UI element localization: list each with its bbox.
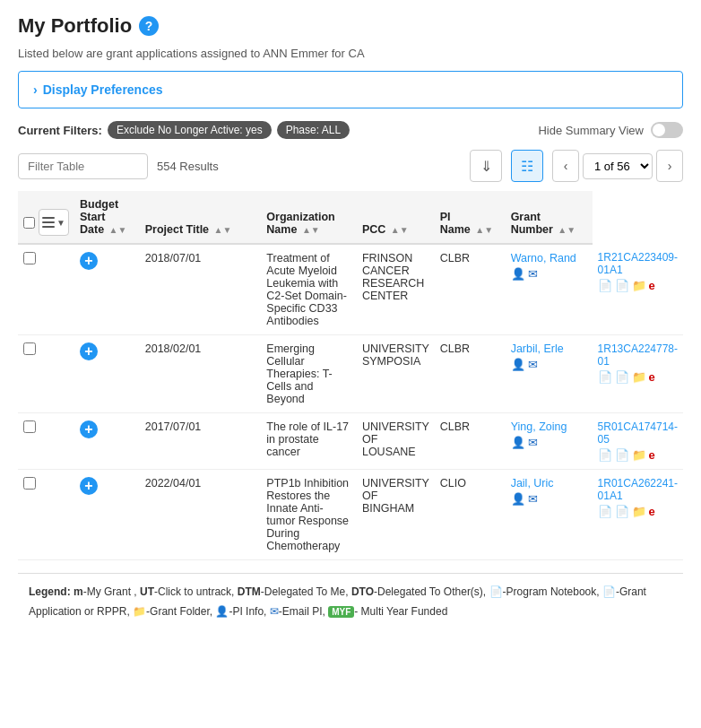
row3-checkbox[interactable] [23, 420, 36, 433]
row4-notebook-icon[interactable]: 📄 [598, 505, 612, 518]
filters-right: Hide Summary View [538, 122, 683, 138]
row3-grant-link[interactable]: 5R01CA174714-05 [598, 420, 678, 446]
row1-rppr-icon[interactable]: 📄 [615, 279, 629, 292]
download-button[interactable]: ⇓ [470, 150, 502, 182]
filter-badge-phase[interactable]: Phase: ALL [277, 121, 350, 139]
row2-add-col: + [74, 335, 140, 413]
table-row: + 2022/04/01 PTP1b Inhibition Restores t… [18, 470, 683, 560]
row1-org: FRINSON CANCER RESEARCH CENTER [357, 244, 435, 335]
row3-add-button[interactable]: + [80, 420, 98, 438]
legend-box: Legend: m-My Grant , UT-Click to untrack… [18, 573, 683, 630]
header-grant-number[interactable]: GrantNumber ▲▼ [506, 191, 593, 244]
row1-e-icon[interactable]: e [649, 279, 655, 292]
row1-pcc: CLBR [435, 244, 506, 335]
row1-check-col [18, 244, 74, 335]
row1-pi: Warno, Rand 👤 ✉ [506, 244, 593, 335]
row1-checkbox[interactable] [23, 252, 36, 264]
row3-rppr-icon[interactable]: 📄 [615, 448, 629, 462]
row4-e-icon[interactable]: e [649, 505, 655, 518]
sort-arrow-budget: ▲▼ [109, 225, 127, 235]
row3-pi-icons: 👤 ✉ [511, 436, 587, 449]
table-row: + 2018/02/01 Emerging Cellular Therapies… [18, 335, 683, 413]
row4-folder-icon[interactable]: 📁 [632, 505, 646, 518]
row3-folder-icon[interactable]: 📁 [632, 448, 646, 462]
row1-pi-info-icon[interactable]: 👤 [511, 267, 525, 281]
grid-view-button[interactable]: ☷ [511, 150, 543, 182]
row3-check-col [18, 413, 74, 470]
filters-row: Current Filters: Exclude No Longer Activ… [18, 121, 683, 139]
display-preferences-panel[interactable]: › Display Preferences [18, 71, 683, 108]
row2-rppr-icon[interactable]: 📄 [615, 370, 629, 384]
row3-pcc: CLBR [435, 413, 506, 470]
row2-e-icon[interactable]: e [649, 370, 655, 384]
row2-grant-link[interactable]: 1R13CA224778-01 [598, 342, 678, 368]
row4-check-col [18, 470, 74, 560]
row4-grant-icons: 📄 📄 📁 e [598, 505, 678, 518]
row3-grant: 5R01CA174714-05 📄 📄 📁 e [593, 413, 683, 470]
row4-checkbox[interactable] [23, 477, 36, 490]
hide-summary-toggle[interactable] [651, 122, 683, 138]
row4-pi-info-icon[interactable]: 👤 [511, 492, 525, 506]
sort-arrow-pi: ▲▼ [475, 225, 493, 235]
results-count: 554 Results [157, 160, 219, 173]
display-prefs-label: Display Preferences [43, 82, 163, 97]
row4-title: PTP1b Inhibition Restores the Innate Ant… [261, 470, 357, 560]
row4-grant-link[interactable]: 1R01CA262241-01A1 [598, 477, 678, 502]
header-pcc[interactable]: PCC ▲▼ [357, 191, 435, 244]
row1-add-col: + [74, 244, 140, 335]
filter-table-input[interactable] [18, 153, 148, 179]
row2-email-pi-icon[interactable]: ✉ [528, 358, 538, 371]
row3-notebook-icon[interactable]: 📄 [598, 448, 612, 462]
row3-pi-link[interactable]: Ying, Zoing [511, 420, 567, 433]
subtitle: Listed below are grant applications assi… [18, 47, 683, 60]
select-all-checkbox[interactable] [23, 217, 35, 229]
row1-add-button[interactable]: + [80, 252, 98, 270]
page-select[interactable]: 1 of 56 [583, 153, 653, 179]
row2-folder-icon[interactable]: 📁 [632, 370, 646, 384]
row1-folder-icon[interactable]: 📁 [632, 279, 646, 292]
row2-checkbox[interactable] [23, 342, 36, 355]
row3-e-icon[interactable]: e [649, 448, 655, 462]
row4-email-pi-icon[interactable]: ✉ [528, 492, 538, 506]
row4-rppr-icon[interactable]: 📄 [615, 505, 629, 518]
row2-pi-link[interactable]: Jarbil, Erle [511, 342, 564, 355]
row1-pi-link[interactable]: Warno, Rand [511, 252, 576, 264]
row4-pi-icons: 👤 ✉ [511, 492, 587, 506]
header-budget-start[interactable]: BudgetStartDate ▲▼ [74, 191, 140, 244]
row4-pcc: CLIO [435, 470, 506, 560]
table-row: + 2017/07/01 The role of IL-17 in prosta… [18, 413, 683, 470]
next-page-button[interactable]: › [656, 150, 683, 182]
chevron-right-icon: › [33, 82, 38, 97]
row4-grant: 1R01CA262241-01A1 📄 📄 📁 e [593, 470, 683, 560]
row2-pcc: CLBR [435, 335, 506, 413]
row4-pi-link[interactable]: Jail, Uric [511, 477, 554, 490]
header-pi-name[interactable]: PIName ▲▼ [435, 191, 506, 244]
page-header: My Portfolio ? [18, 14, 683, 38]
header-org-name[interactable]: OrganizationName ▲▼ [261, 191, 357, 244]
row1-budget: 2018/07/01 [140, 244, 262, 335]
help-icon[interactable]: ? [139, 16, 159, 36]
row2-grant-icons: 📄 📄 📁 e [598, 370, 678, 384]
toolbar-row: 554 Results ⇓ ☷ ‹ 1 of 56 › [18, 150, 683, 182]
prev-page-button[interactable]: ‹ [552, 150, 579, 182]
row4-add-button[interactable]: + [80, 477, 98, 495]
row1-grant-icons: 📄 📄 📁 e [598, 279, 678, 292]
row2-add-button[interactable]: + [80, 342, 98, 360]
row1-grant-link[interactable]: 1R21CA223409-01A1 [598, 251, 678, 276]
display-prefs-toggle[interactable]: › Display Preferences [33, 82, 668, 97]
header-checkbox-col: ▼ [18, 191, 74, 244]
row1-email-pi-icon[interactable]: ✉ [528, 267, 538, 281]
row1-title: Treatment of Acute Myeloid Leukemia with… [261, 244, 357, 335]
table-header-row: ▼ BudgetStartDate ▲▼ Project Title ▲▼ Or… [18, 191, 683, 244]
row3-pi-info-icon[interactable]: 👤 [511, 436, 525, 449]
row2-pi-info-icon[interactable]: 👤 [511, 358, 525, 371]
row3-budget: 2017/07/01 [140, 413, 262, 470]
row1-notebook-icon[interactable]: 📄 [598, 279, 612, 292]
column-menu-button[interactable]: ▼ [39, 209, 69, 236]
row1-pi-icons: 👤 ✉ [511, 267, 587, 281]
filter-badge-active[interactable]: Exclude No Longer Active: yes [108, 121, 272, 139]
row3-email-pi-icon[interactable]: ✉ [528, 436, 538, 449]
row2-notebook-icon[interactable]: 📄 [598, 370, 612, 384]
header-project-title[interactable]: Project Title ▲▼ [140, 191, 262, 244]
row2-title: Emerging Cellular Therapies: T-Cells and… [261, 335, 357, 413]
